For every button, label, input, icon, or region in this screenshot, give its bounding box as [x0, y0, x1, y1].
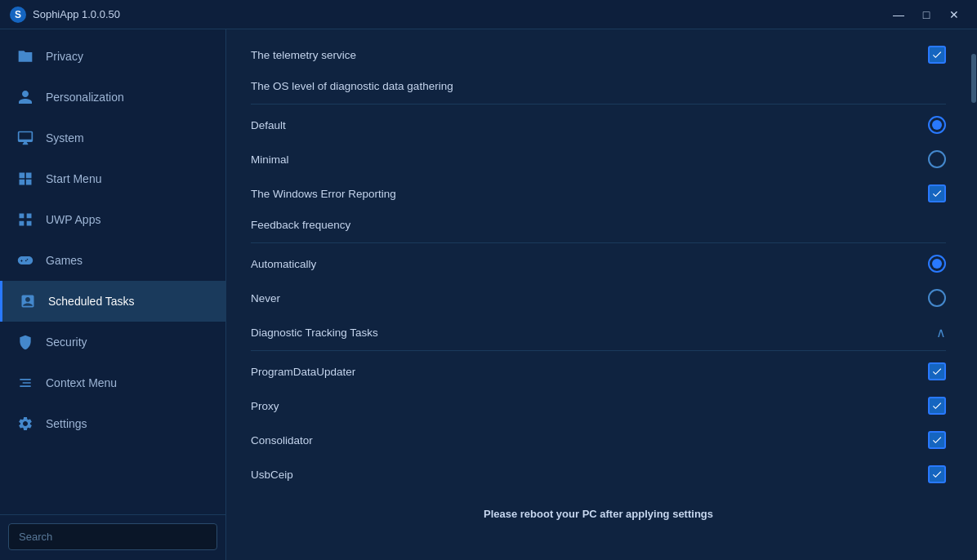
sidebar-item-uwp-apps[interactable]: UWP Apps — [0, 199, 225, 240]
sidebar-item-games[interactable]: Games — [0, 240, 225, 281]
sidebar-label-uwp-apps: UWP Apps — [46, 213, 100, 226]
nav-items: Privacy Personalization System — [0, 29, 225, 514]
telemetry-service-row: The telemetry service — [251, 38, 946, 72]
sidebar-item-scheduled-tasks[interactable]: Scheduled Tasks — [0, 281, 225, 322]
consolidator-checkbox[interactable] — [928, 431, 946, 449]
content-area: The telemetry service The OS level of di… — [226, 29, 977, 560]
sidebar-item-start-menu[interactable]: Start Menu — [0, 158, 225, 199]
program-data-updater-label: ProgramDataUpdater — [251, 366, 355, 378]
sidebar-label-system: System — [46, 131, 84, 144]
windows-error-reporting-label: The Windows Error Reporting — [251, 188, 396, 200]
default-radio-row: Default — [251, 108, 946, 142]
sidebar-label-personalization: Personalization — [46, 91, 124, 104]
app-title: SophiApp 1.0.0.50 — [33, 8, 120, 20]
main-layout: Privacy Personalization System — [0, 29, 977, 560]
sidebar-item-personalization[interactable]: Personalization — [0, 77, 225, 118]
telemetry-service-label: The telemetry service — [251, 49, 356, 61]
minimal-radio-row: Minimal — [251, 142, 946, 176]
sidebar: Privacy Personalization System — [0, 29, 226, 560]
windows-error-reporting-checkbox[interactable] — [928, 184, 946, 202]
content-scroll: The telemetry service The OS level of di… — [226, 29, 970, 560]
telemetry-service-checkbox[interactable] — [928, 46, 946, 64]
gamepad-icon — [16, 251, 34, 269]
footer-note: Please reboot your PC after applying set… — [251, 491, 946, 527]
sidebar-label-games: Games — [46, 254, 83, 267]
never-label: Never — [251, 292, 280, 304]
gear-icon — [16, 415, 34, 433]
divider-3 — [251, 350, 946, 351]
feedback-frequency-label: Feedback frequency — [251, 219, 350, 231]
search-input[interactable] — [8, 523, 217, 550]
sidebar-item-context-menu[interactable]: Context Menu — [0, 362, 225, 403]
default-radio[interactable] — [928, 116, 946, 134]
automatically-radio[interactable] — [928, 255, 946, 273]
window-controls: — □ ✕ — [886, 5, 967, 24]
sidebar-label-privacy: Privacy — [46, 50, 83, 63]
never-radio-row: Never — [251, 281, 946, 315]
scrollbar-track[interactable] — [970, 29, 977, 560]
app-icon: S — [10, 7, 26, 23]
diagnostic-tracking-title: Diagnostic Tracking Tasks — [251, 327, 378, 339]
os-diagnostic-row: The OS level of diagnostic data gatherin… — [251, 72, 946, 100]
sidebar-label-scheduled-tasks: Scheduled Tasks — [48, 295, 135, 308]
automatically-label: Automatically — [251, 258, 316, 270]
consolidator-row: Consolidator — [251, 423, 946, 457]
shield-icon — [16, 333, 34, 351]
feedback-frequency-row: Feedback frequency — [251, 211, 946, 239]
minimal-label: Minimal — [251, 153, 289, 166]
usbceip-checkbox[interactable] — [928, 465, 946, 483]
divider-2 — [251, 242, 946, 243]
program-data-updater-checkbox[interactable] — [928, 362, 946, 380]
menu-icon — [16, 374, 34, 392]
proxy-row: Proxy — [251, 389, 946, 423]
chevron-up-icon: ∧ — [936, 325, 946, 340]
sidebar-label-context-menu: Context Menu — [46, 376, 117, 389]
program-data-updater-row: ProgramDataUpdater — [251, 354, 946, 389]
sidebar-label-settings: Settings — [46, 417, 87, 430]
maximize-button[interactable]: □ — [913, 5, 939, 24]
consolidator-label: Consolidator — [251, 434, 313, 447]
close-button[interactable]: ✕ — [941, 5, 967, 24]
sidebar-label-security: Security — [46, 336, 87, 349]
title-bar: S SophiApp 1.0.0.50 — □ ✕ — [0, 0, 977, 29]
os-diagnostic-label: The OS level of diagnostic data gatherin… — [251, 80, 453, 92]
tasks-icon — [19, 292, 37, 310]
sidebar-label-start-menu: Start Menu — [46, 172, 101, 185]
never-radio[interactable] — [928, 289, 946, 307]
sidebar-item-settings[interactable]: Settings — [0, 403, 225, 444]
divider-1 — [251, 104, 946, 104]
monitor-icon — [16, 129, 34, 147]
sidebar-item-security[interactable]: Security — [0, 322, 225, 362]
automatically-radio-row: Automatically — [251, 247, 946, 281]
windows-icon — [16, 170, 34, 188]
minimal-radio[interactable] — [928, 150, 946, 168]
diagnostic-tracking-section-header[interactable]: Diagnostic Tracking Tasks ∧ — [251, 315, 946, 347]
default-label: Default — [251, 119, 286, 131]
search-container — [0, 514, 225, 560]
usbceip-row: UsbCeip — [251, 457, 946, 491]
title-bar-left: S SophiApp 1.0.0.50 — [10, 7, 120, 23]
scrollbar-thumb[interactable] — [971, 54, 976, 103]
grid-icon — [16, 211, 34, 229]
usbceip-label: UsbCeip — [251, 469, 293, 481]
proxy-label: Proxy — [251, 400, 279, 412]
minimize-button[interactable]: — — [886, 5, 912, 24]
person-icon — [16, 88, 34, 106]
proxy-checkbox[interactable] — [928, 397, 946, 415]
folder-icon — [16, 47, 34, 65]
sidebar-item-system[interactable]: System — [0, 118, 225, 158]
windows-error-reporting-row: The Windows Error Reporting — [251, 176, 946, 211]
sidebar-item-privacy[interactable]: Privacy — [0, 36, 225, 77]
